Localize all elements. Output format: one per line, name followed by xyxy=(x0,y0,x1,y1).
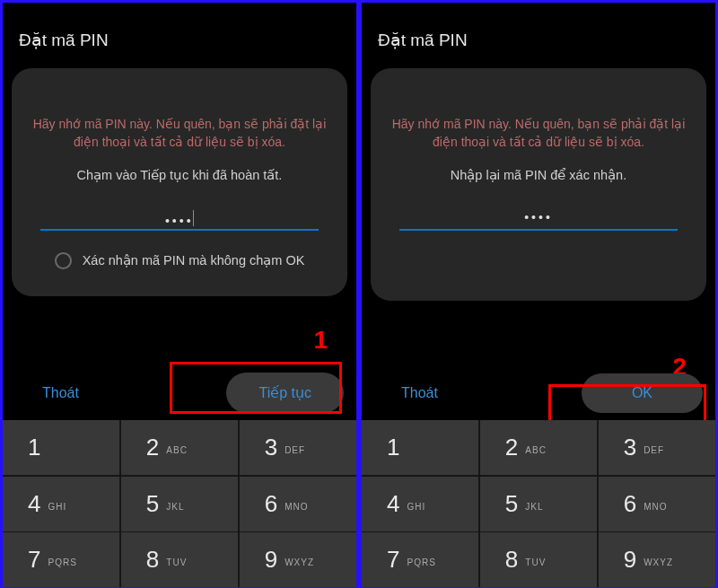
radio-icon xyxy=(55,252,72,269)
button-row: Thoát Tiếp tục xyxy=(3,373,356,413)
screen-set-pin-step1: Đặt mã PIN Hãy nhớ mã PIN này. Nếu quên,… xyxy=(0,0,359,588)
key-digit: 7 xyxy=(387,546,399,574)
confirm-without-ok-label: Xác nhận mã PIN mà không chạm OK xyxy=(83,253,305,268)
key-letters: PQRS xyxy=(407,557,435,567)
pin-mask: •••• xyxy=(165,214,194,228)
page-title: Đặt mã PIN xyxy=(3,3,356,59)
numeric-keypad: 1 2ABC 3DEF 4GHI 5JKL 6MNO 7PQRS 8TUV 9W… xyxy=(3,420,356,587)
key-digit: 7 xyxy=(28,546,40,574)
key-letters: MNO xyxy=(644,502,667,512)
page-title: Đặt mã PIN xyxy=(362,3,715,59)
instruction-text: Chạm vào Tiếp tục khi đã hoàn tất. xyxy=(28,168,331,182)
key-letters: WXYZ xyxy=(644,557,673,567)
key-digit: 8 xyxy=(505,546,518,574)
key-4[interactable]: 4GHI xyxy=(3,477,119,531)
button-row: Thoát OK xyxy=(362,373,715,413)
warning-text: Hãy nhớ mã PIN này. Nếu quên, bạn sẽ phả… xyxy=(387,115,690,152)
key-digit: 6 xyxy=(624,490,636,518)
key-4[interactable]: 4GHI xyxy=(362,477,478,531)
key-6[interactable]: 6MNO xyxy=(240,477,356,531)
ok-button[interactable]: OK xyxy=(582,373,703,413)
key-letters: TUV xyxy=(166,557,187,567)
key-letters: TUV xyxy=(525,557,546,567)
pin-mask: •••• xyxy=(524,210,553,224)
key-letters: MNO xyxy=(285,502,308,512)
numeric-keypad: 1 2ABC 3DEF 4GHI 5JKL 6MNO 7PQRS 8TUV 9W… xyxy=(362,420,715,587)
key-9[interactable]: 9WXYZ xyxy=(599,532,715,587)
key-letters: DEF xyxy=(285,445,305,455)
key-digit: 3 xyxy=(265,434,277,461)
confirm-without-ok-row[interactable]: Xác nhận mã PIN mà không chạm OK xyxy=(28,252,331,269)
key-3[interactable]: 3DEF xyxy=(240,420,356,475)
key-letters: ABC xyxy=(166,445,188,455)
key-3[interactable]: 3DEF xyxy=(599,420,715,475)
key-letters: JKL xyxy=(166,502,184,512)
key-letters: DEF xyxy=(644,445,664,455)
key-digit: 2 xyxy=(146,434,159,461)
exit-button[interactable]: Thoát xyxy=(374,374,465,412)
key-9[interactable]: 9WXYZ xyxy=(240,532,356,587)
key-letters: JKL xyxy=(525,502,543,512)
continue-button[interactable]: Tiếp tục xyxy=(226,373,344,413)
key-2[interactable]: 2ABC xyxy=(121,420,238,475)
key-7[interactable]: 7PQRS xyxy=(3,532,119,587)
pin-input[interactable]: •••• xyxy=(40,207,319,231)
key-letters: ABC xyxy=(525,445,547,455)
key-letters: GHI xyxy=(407,502,425,512)
key-8[interactable]: 8TUV xyxy=(480,532,597,587)
key-digit: 4 xyxy=(28,490,40,518)
key-8[interactable]: 8TUV xyxy=(121,532,238,587)
key-digit: 6 xyxy=(265,490,277,518)
key-digit: 5 xyxy=(146,490,159,518)
exit-button[interactable]: Thoát xyxy=(15,374,106,412)
instruction-text: Nhập lại mã PIN để xác nhận. xyxy=(387,168,690,182)
key-digit: 8 xyxy=(146,546,159,574)
key-digit: 1 xyxy=(387,434,399,461)
key-digit: 4 xyxy=(387,490,399,518)
key-letters: GHI xyxy=(48,502,66,512)
pin-card: Hãy nhớ mã PIN này. Nếu quên, bạn sẽ phả… xyxy=(12,68,347,296)
key-digit: 2 xyxy=(505,434,518,461)
pin-card: Hãy nhớ mã PIN này. Nếu quên, bạn sẽ phả… xyxy=(371,68,706,301)
key-digit: 1 xyxy=(28,434,40,461)
key-digit: 9 xyxy=(624,546,636,574)
text-cursor xyxy=(193,210,195,226)
warning-text: Hãy nhớ mã PIN này. Nếu quên, bạn sẽ phả… xyxy=(28,115,331,152)
key-6[interactable]: 6MNO xyxy=(599,477,715,531)
screen-set-pin-step2: Đặt mã PIN Hãy nhớ mã PIN này. Nếu quên,… xyxy=(359,0,718,588)
key-5[interactable]: 5JKL xyxy=(121,477,238,531)
pin-input[interactable]: •••• xyxy=(399,207,678,231)
key-digit: 3 xyxy=(624,434,636,461)
key-5[interactable]: 5JKL xyxy=(480,477,597,531)
key-letters: PQRS xyxy=(48,557,76,567)
key-digit: 9 xyxy=(265,546,277,574)
key-2[interactable]: 2ABC xyxy=(480,420,597,475)
step-number-annotation: 1 xyxy=(313,326,328,355)
key-1[interactable]: 1 xyxy=(3,420,119,475)
key-7[interactable]: 7PQRS xyxy=(362,532,478,587)
key-digit: 5 xyxy=(505,490,518,518)
key-letters: WXYZ xyxy=(285,557,314,567)
key-1[interactable]: 1 xyxy=(362,420,478,475)
